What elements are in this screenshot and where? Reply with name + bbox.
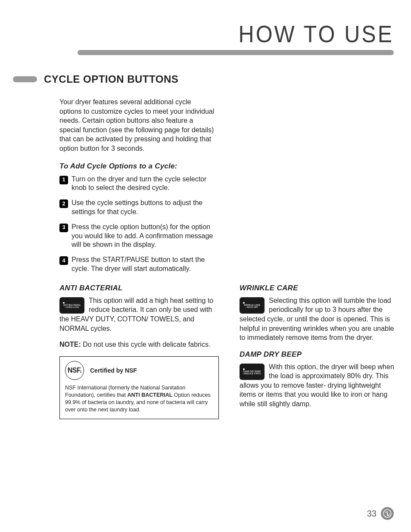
wrinkle-care-block: WRINKLE CARE • RACK DRY Selecting this o…	[240, 296, 395, 342]
page-number: 33	[367, 509, 377, 519]
step-text: Use the cycle settings buttons to adjust…	[72, 199, 215, 217]
nsf-header: NSF. Certified by NSF	[65, 361, 213, 380]
step-number-icon: 2	[59, 199, 68, 208]
icon-sub: • REDUCE STATIC	[243, 373, 262, 375]
left-column: ANTI BACTERIAL ANTI BACTERIAL • CHILD LO…	[59, 284, 219, 419]
svg-point-1	[386, 512, 387, 513]
step-4: 4 Press the START/PAUSE button to start …	[59, 255, 215, 274]
steps-heading: To Add Cycle Options to a Cycle:	[59, 162, 395, 171]
anti-bacterial-note: NOTE: Do not use this cycle with delicat…	[59, 341, 219, 348]
nsf-body: NSF International (formerly the National…	[65, 384, 213, 414]
anti-bacterial-button-icon: ANTI BACTERIAL • CHILD LOCK	[59, 297, 84, 314]
step-text: Press the START/PAUSE button to start th…	[72, 255, 215, 274]
step-text: Press the cycle option button(s) for the…	[72, 223, 215, 249]
title-rule	[78, 50, 394, 55]
wrinkle-care-button-icon: WRINKLE CARE • RACK DRY	[240, 297, 265, 314]
nsf-certified-label: Certified by NSF	[90, 367, 137, 375]
step-text: Turn on the dryer and turn the cycle sel…	[72, 175, 215, 193]
nsf-certification-box: NSF. Certified by NSF NSF International …	[59, 356, 219, 419]
step-number-icon: 3	[59, 224, 68, 232]
section-pill-icon	[13, 76, 37, 82]
step-2: 2 Use the cycle settings buttons to adju…	[59, 199, 215, 217]
section-intro: Your dryer features several additional c…	[59, 97, 215, 153]
step-3: 3 Press the cycle option button(s) for t…	[59, 223, 215, 249]
section-header: CYCLE OPTION BUTTONS	[17, 73, 394, 85]
content-area: Your dryer features several additional c…	[59, 97, 395, 419]
note-body: Do not use this cycle with delicate fabr…	[81, 341, 211, 348]
step-1: 1 Turn on the dryer and turn the cycle s…	[59, 175, 215, 193]
page-title: HOW TO USE	[17, 20, 394, 48]
section-title: CYCLE OPTION BUTTONS	[44, 73, 178, 85]
damp-dry-heading: DAMP DRY BEEP	[240, 350, 395, 359]
step-number-icon: 4	[59, 256, 68, 265]
lg-logo-icon	[381, 507, 394, 520]
nsf-body-bold: ANTI BACTERIAL	[128, 392, 173, 398]
right-column: WRINKLE CARE WRINKLE CARE • RACK DRY Sel…	[240, 284, 395, 419]
note-label: NOTE:	[59, 341, 81, 348]
icon-sub: • RACK DRY	[246, 306, 258, 309]
nsf-badge-icon: NSF.	[65, 361, 84, 380]
anti-bacterial-block: ANTI BACTERIAL • CHILD LOCK This option …	[59, 296, 219, 333]
page-footer: 33	[367, 507, 394, 520]
icon-sub: • CHILD LOCK	[65, 306, 79, 309]
steps-list: 1 Turn on the dryer and turn the cycle s…	[59, 175, 215, 274]
damp-dry-block: DAMP DRY BEEP • REDUCE STATIC With this …	[240, 362, 395, 409]
step-number-icon: 1	[59, 176, 68, 184]
damp-dry-button-icon: DAMP DRY BEEP • REDUCE STATIC	[240, 364, 265, 380]
anti-bacterial-heading: ANTI BACTERIAL	[59, 284, 219, 292]
wrinkle-care-heading: WRINKLE CARE	[240, 284, 395, 292]
features-columns: ANTI BACTERIAL ANTI BACTERIAL • CHILD LO…	[59, 284, 395, 419]
